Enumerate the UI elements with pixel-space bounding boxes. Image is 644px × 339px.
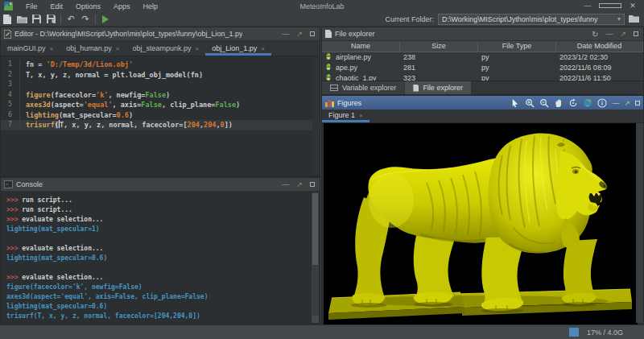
figures-minimize-icon[interactable]: —: [612, 99, 619, 107]
column-size[interactable]: Size: [400, 41, 478, 52]
chevron-down-icon[interactable]: ▾: [617, 14, 621, 24]
line-number: 4: [1, 90, 20, 101]
code-line-7[interactable]: 7trisurf(T, x, y, z, normal, facecolor=[…: [1, 120, 320, 130]
tab-figure-1[interactable]: Figure 1 ×: [322, 108, 369, 122]
console-line: axes3d(aspect='equal', axis=False, clip_…: [6, 292, 312, 302]
current-folder-combobox[interactable]: D:\Working\MIScript\Jython\mis\plot_type…: [438, 14, 625, 25]
close-icon[interactable]: ×: [116, 45, 120, 52]
table-row-ape.py[interactable]: ape.py281py2022/11/6 08:09: [322, 63, 643, 73]
rotate-icon[interactable]: [568, 98, 578, 108]
tab-variable-explorer[interactable]: Variable explorer: [322, 81, 404, 94]
close-icon[interactable]: ×: [50, 45, 54, 52]
close-icon[interactable]: ×: [261, 45, 265, 52]
file-table-header: Name Size File Type Date Modified: [322, 41, 643, 52]
console-text: figure(facecolor='k', newfig=False): [6, 283, 142, 291]
figures-maximize-icon[interactable]: [635, 99, 640, 107]
editor-tab-mainGUI.py[interactable]: mainGUI.py×: [1, 41, 60, 56]
console-line: >>> evaluate selection...: [6, 244, 312, 254]
editor-panel: Editor - D:\Working\MIScript\Jython\mis\…: [0, 27, 320, 177]
console-text: evaluate selection...: [22, 245, 103, 252]
variable-grid-icon: [330, 85, 338, 91]
close-icon[interactable]: ×: [359, 112, 363, 119]
console-output[interactable]: >>> run script...>>> run script...>>> ev…: [1, 192, 312, 324]
token: 'D:/Temp/3d/Lion.obj': [47, 60, 133, 68]
token: 'equal': [84, 101, 113, 109]
save-icon[interactable]: [29, 13, 43, 25]
figures-panel-header: Figures — ↗: [322, 96, 643, 110]
menu-file[interactable]: File: [19, 2, 44, 10]
menu-help[interactable]: Help: [137, 2, 165, 10]
memory-indicator-icon[interactable]: [569, 328, 579, 337]
table-row-chaotic_1.py[interactable]: chaotic_1.py323py2022/11/6 11:50: [322, 73, 643, 81]
file-explorer-maximize-icon[interactable]: [634, 27, 638, 41]
undo-icon[interactable]: ↶: [64, 13, 78, 25]
file-explorer-title: File explorer: [335, 30, 375, 38]
editor-maximize-icon[interactable]: [310, 27, 315, 41]
save-as-icon[interactable]: [43, 13, 58, 25]
console-scrollbar[interactable]: [312, 192, 319, 316]
line-number: 2: [1, 70, 20, 81]
column-file-type[interactable]: File Type: [478, 41, 556, 52]
browse-folder-icon[interactable]: [629, 14, 639, 24]
column-date-modified[interactable]: Date Modified: [556, 41, 643, 52]
token: (mat_specular=: [59, 111, 117, 119]
info-icon[interactable]: [597, 98, 607, 108]
file-name-text: chaotic_1.py: [336, 73, 377, 81]
file-type: py: [478, 63, 556, 73]
bottom-tab-label: File explorer: [423, 84, 463, 92]
editor-detach-icon[interactable]: ↗: [296, 27, 303, 41]
redo-icon[interactable]: ↷: [78, 13, 93, 25]
line-number: 7: [1, 120, 20, 130]
globe-icon[interactable]: [583, 98, 592, 108]
code-line-4[interactable]: 4figure(facecolor='k', newfig=False): [1, 90, 320, 101]
menu-apps[interactable]: Apps: [107, 2, 137, 10]
figure-tab-label: Figure 1: [328, 111, 355, 119]
window-close-icon[interactable]: ✕: [621, 0, 644, 12]
main-toolbar: ↶ ↷ Current Folder: D:\Working\MIScript\…: [0, 12, 644, 27]
table-row-airplane.py[interactable]: airplane.py238py2023/1/2 02:30: [322, 52, 643, 63]
editor-panel-header: Editor - D:\Working\MIScript\Jython\mis\…: [1, 27, 320, 41]
code-area[interactable]: 1fn = 'D:/Temp/3d/Lion.obj'2T, x, y, z, …: [1, 57, 320, 176]
refresh-icon[interactable]: ↻: [592, 27, 598, 41]
column-name[interactable]: Name: [322, 41, 400, 52]
code-line-5[interactable]: 5axes3d(aspect='equal', axis=False, clip…: [1, 100, 320, 110]
window-titlebar: FileEditOptionsAppsHelp MeteoInfoLab — ✕: [0, 0, 644, 12]
editor-tab-obj_steampunk.py[interactable]: obj_steampunk.py×: [126, 41, 205, 56]
code-line-6[interactable]: 6lighting(mat_specular=0.6): [1, 110, 320, 121]
file-explorer-minimize-icon[interactable]: —: [605, 27, 613, 41]
editor-scrollbar[interactable]: [312, 58, 319, 175]
pan-hand-icon[interactable]: [554, 98, 564, 108]
console-maximize-icon[interactable]: [310, 178, 315, 192]
figures-detach-icon[interactable]: ↗: [624, 99, 630, 107]
zoom-out-icon[interactable]: [539, 98, 549, 108]
editor-tab-obj_Lion_1.py[interactable]: obj_Lion_1.py×: [205, 41, 271, 56]
select-cursor-icon[interactable]: [510, 98, 520, 108]
zoom-in-icon[interactable]: [525, 98, 535, 108]
editor-minimize-icon[interactable]: —: [282, 27, 289, 41]
figure-canvas[interactable]: [324, 123, 638, 325]
open-folder-icon[interactable]: [14, 13, 29, 25]
token: T, x, y, z, normal, facecolor=[: [60, 121, 188, 129]
new-file-icon[interactable]: [0, 13, 14, 25]
token: (aspect=: [51, 101, 84, 109]
code-line-3[interactable]: 3: [1, 80, 320, 90]
run-script-icon[interactable]: [98, 13, 113, 25]
editor-tab-obj_human.py[interactable]: obj_human.py×: [60, 41, 126, 56]
console-detach-icon[interactable]: ↗: [296, 178, 303, 192]
console-text: lighting(mat_specular=0.6): [6, 303, 107, 310]
file-explorer-detach-icon[interactable]: ↗: [620, 27, 626, 41]
code-line-1[interactable]: 1fn = 'D:/Temp/3d/Lion.obj': [1, 60, 320, 70]
console-line: [6, 263, 312, 273]
window-maximize-icon[interactable]: [599, 0, 621, 12]
close-icon[interactable]: ×: [195, 45, 199, 52]
menu-edit[interactable]: Edit: [44, 2, 70, 10]
console-line: trisurf(T, x, y, z, normal, facecolor=[2…: [6, 312, 312, 321]
window-minimize-icon[interactable]: —: [576, 0, 599, 12]
tab-file-explorer[interactable]: File explorer: [405, 81, 471, 94]
menu-bar: FileEditOptionsAppsHelp: [19, 2, 164, 10]
menu-options[interactable]: Options: [69, 2, 107, 10]
console-prompt: >>>: [6, 322, 22, 324]
console-minimize-icon[interactable]: —: [282, 178, 289, 192]
code-line-2[interactable]: 2T, x, y, z, normal = plt.load_obj_model…: [1, 70, 320, 81]
console-prompt: >>>: [6, 274, 22, 281]
